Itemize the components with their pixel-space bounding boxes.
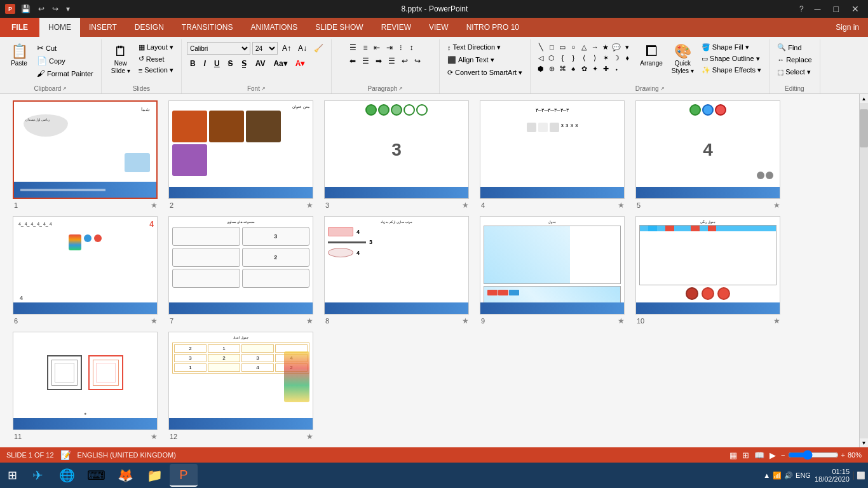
align-left-button[interactable]: ⬅: [347, 55, 358, 67]
bold-button[interactable]: B: [187, 58, 199, 69]
align-right-button[interactable]: ➡: [373, 55, 384, 67]
design-tab[interactable]: DESIGN: [126, 18, 173, 37]
zoom-slider[interactable]: [788, 450, 839, 460]
shape-10[interactable]: ♦: [622, 53, 632, 63]
slide-12-preview[interactable]: جدول اعداد 2 1 3 2 3 4 1 4: [168, 332, 313, 430]
shape-17[interactable]: ✚: [600, 64, 611, 74]
scroll-down-button[interactable]: ▼: [860, 438, 868, 447]
decrease-indent-button[interactable]: ⇤: [371, 42, 383, 53]
shape-13[interactable]: ⌘: [557, 64, 567, 74]
replace-button[interactable]: ↔ Replace: [775, 55, 814, 65]
line-spacing-button[interactable]: ↕: [407, 42, 416, 53]
tray-up-icon[interactable]: ▲: [763, 471, 770, 479]
font-color-button[interactable]: A▾: [292, 58, 308, 69]
bullets-button[interactable]: ☰: [347, 42, 359, 53]
format-painter-button[interactable]: 🖌 Format Painter: [34, 67, 96, 79]
slide-9-preview[interactable]: جدول: [480, 216, 625, 315]
nitro-tab[interactable]: NITRO PRO 10: [458, 18, 528, 37]
taskbar-ie[interactable]: 🌐: [53, 464, 81, 487]
minimize-button[interactable]: ─: [811, 3, 825, 15]
shape-rect[interactable]: □: [546, 42, 557, 52]
slide-3[interactable]: 3 3 ★: [324, 100, 470, 210]
shape-star[interactable]: ★: [600, 42, 611, 52]
layout-button[interactable]: ▦ Layout ▾: [136, 42, 176, 53]
maximize-button[interactable]: □: [830, 3, 843, 15]
drawing-expand-icon[interactable]: ↗: [660, 86, 665, 92]
review-tab[interactable]: REVIEW: [372, 18, 420, 37]
paragraph-expand-icon[interactable]: ↗: [398, 86, 403, 92]
justify-button[interactable]: ☰: [386, 55, 398, 67]
shape-tri[interactable]: △: [579, 42, 589, 52]
shape-11[interactable]: ⬢: [536, 64, 546, 74]
reset-button[interactable]: ↺ Reset: [136, 53, 176, 64]
shape-15[interactable]: ✿: [579, 64, 589, 74]
animations-tab[interactable]: ANIMATIONS: [241, 18, 306, 37]
shape-5[interactable]: }: [568, 53, 578, 63]
start-button[interactable]: ⊞: [3, 466, 22, 485]
shape-oval[interactable]: ○: [568, 42, 578, 52]
slide-5[interactable]: 4 5 ★: [635, 100, 782, 210]
numbering-button[interactable]: ≡: [360, 42, 370, 53]
shape-7[interactable]: ⟩: [590, 53, 600, 63]
transitions-tab[interactable]: TRANSITIONS: [173, 18, 242, 37]
zoom-out-icon[interactable]: −: [781, 451, 785, 459]
taskbar-firefox[interactable]: 🦊: [111, 464, 139, 487]
redo-qat-button[interactable]: ↪: [50, 3, 60, 15]
taskbar-keyboard[interactable]: ⌨: [82, 464, 110, 487]
convert-smartart-button[interactable]: ⟳ Convert to SmartArt ▾: [445, 67, 525, 78]
rtl-button[interactable]: ↩: [399, 55, 410, 67]
shape-18[interactable]: ⬩: [611, 64, 621, 74]
font-expand-icon[interactable]: ↗: [261, 86, 266, 92]
shape-callout[interactable]: 💬: [611, 42, 621, 52]
scroll-up-button[interactable]: ▲: [860, 94, 868, 103]
shape-fill-button[interactable]: 🪣 Shape Fill ▾: [699, 42, 764, 53]
slide-4[interactable]: ۳─۳─۳─۳─۳─۳ 3 3 3 3: [480, 100, 626, 210]
slide-10-preview[interactable]: جدول رنگی: [635, 216, 780, 315]
shape-arrow[interactable]: →: [590, 42, 600, 52]
customize-qat-button[interactable]: ▾: [64, 3, 72, 15]
italic-button[interactable]: I: [201, 58, 209, 69]
slide-4-preview[interactable]: ۳─۳─۳─۳─۳─۳ 3 3 3 3: [480, 100, 625, 199]
show-desktop-button[interactable]: ⬜: [853, 471, 865, 480]
shape-16[interactable]: ✦: [590, 64, 600, 74]
scroll-track[interactable]: [860, 103, 868, 438]
slide-8[interactable]: مرتب سازی از کم به زیاد 4 3: [324, 216, 470, 325]
clipboard-expand-icon[interactable]: ↗: [62, 86, 67, 92]
reading-view-button[interactable]: 📖: [754, 451, 764, 460]
paste-button[interactable]: 📋 Paste: [5, 42, 33, 70]
zoom-in-icon[interactable]: +: [841, 451, 845, 459]
shape-9[interactable]: ☽: [611, 53, 621, 63]
font-family-select[interactable]: Calibri: [187, 42, 250, 55]
slide-1-preview[interactable]: شما ریاضی اول دبستان: [13, 100, 158, 199]
shape-4[interactable]: {: [557, 53, 567, 63]
slideshow-tab[interactable]: SLIDE SHOW: [306, 18, 372, 37]
shape-6[interactable]: ⟨: [579, 53, 589, 63]
font-size-select[interactable]: 24: [252, 42, 278, 55]
scroll-thumb[interactable]: [860, 109, 868, 147]
slide-7-preview[interactable]: مجموعه های مساوی 3 2: [168, 216, 313, 315]
slide-9[interactable]: جدول: [480, 216, 626, 325]
normal-view-button[interactable]: ▦: [729, 451, 737, 460]
slide-2-preview[interactable]: متن عنوان: [168, 100, 313, 199]
taskbar-powerpoint[interactable]: P: [170, 464, 198, 487]
align-text-button[interactable]: ⬛ Align Text ▾: [445, 55, 497, 65]
section-button[interactable]: ≡ Section ▾: [136, 65, 176, 76]
insert-tab[interactable]: INSERT: [80, 18, 126, 37]
slide-8-preview[interactable]: مرتب سازی از کم به زیاد 4 3: [324, 216, 469, 315]
slide-5-preview[interactable]: 4: [635, 100, 780, 199]
slide-12[interactable]: جدول اعداد 2 1 3 2 3 4 1 4: [168, 332, 315, 441]
view-tab[interactable]: VIEW: [420, 18, 458, 37]
shape-2[interactable]: ◁: [536, 53, 546, 63]
shape-3[interactable]: ⬡: [546, 53, 557, 63]
shape-8[interactable]: ✶: [600, 53, 611, 63]
center-button[interactable]: ☰: [360, 55, 372, 67]
home-tab[interactable]: HOME: [39, 18, 80, 37]
shape-more[interactable]: ▾: [622, 42, 632, 52]
slide-6-preview[interactable]: 4 4_ 4_ 4_ 4_ 4_ 4 4: [13, 216, 158, 315]
file-tab[interactable]: FILE: [0, 18, 39, 37]
shape-14[interactable]: ♠: [568, 64, 578, 74]
char-spacing-button[interactable]: AV: [252, 58, 269, 69]
slide-7[interactable]: مجموعه های مساوی 3 2 7: [168, 216, 315, 325]
undo-qat-button[interactable]: ↩: [36, 3, 46, 15]
slide-sorter-button[interactable]: ⊞: [742, 451, 749, 460]
